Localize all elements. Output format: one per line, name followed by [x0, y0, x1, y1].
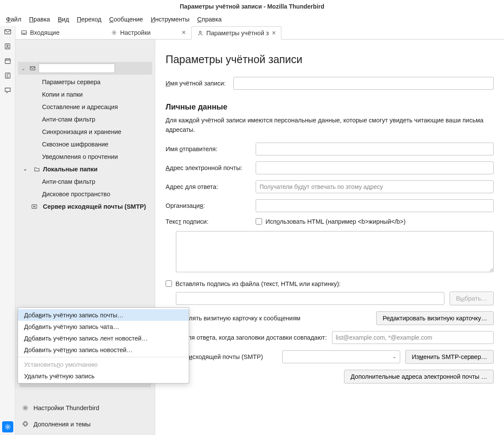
- close-icon[interactable]: ×: [182, 29, 186, 37]
- menu-add-chat-account[interactable]: Добавить учётную запись чата…: [18, 321, 189, 332]
- menu-add-feed-account[interactable]: Добавить учётную запись лент новостей…: [18, 332, 189, 344]
- account-settings-pane: Параметры учётной записи Имя учётной зап…: [155, 40, 504, 435]
- tab-settings-label: Настройки: [120, 29, 151, 36]
- window-title: Параметры учётной записи - Mozilla Thund…: [0, 0, 504, 13]
- svg-point-11: [24, 407, 26, 409]
- sidebar-item-server[interactable]: Параметры сервера: [18, 76, 152, 88]
- spaces-toolbar: [0, 26, 15, 435]
- account-icon: [197, 30, 204, 37]
- reply-match-label: ес для ответа, когда заголовки доставки …: [176, 334, 327, 341]
- signature-textarea[interactable]: [176, 231, 494, 272]
- sidebar-item-copies[interactable]: Копии и папки: [18, 88, 152, 100]
- inbox-icon: [21, 29, 27, 36]
- sidebar-item-sync[interactable]: Синхронизация и хранение: [18, 125, 152, 138]
- chevron-down-icon: ⌄: [392, 354, 396, 359]
- chevron-down-icon[interactable]: ⌄: [21, 66, 27, 71]
- sidebar-item-mdn[interactable]: Уведомления о прочтении: [18, 150, 152, 163]
- settings-space-icon[interactable]: [2, 421, 13, 432]
- sidebar-item-junk[interactable]: Анти-спам фильтр: [18, 113, 152, 125]
- file-sig-label: Вставлять подпись из файла (текст, HTML …: [175, 280, 341, 287]
- file-sig-checkbox[interactable]: [166, 280, 172, 287]
- email-field[interactable]: [256, 161, 494, 174]
- svg-rect-4: [5, 73, 10, 78]
- personal-desc: Для каждой учётной записи имеются персон…: [166, 116, 494, 135]
- menu-set-default: Установить по умолчанию: [18, 359, 189, 370]
- smtp-icon: [31, 203, 38, 210]
- account-name-label: Имя учётной записи:: [166, 80, 233, 87]
- tab-settings[interactable]: Настройки ×: [106, 26, 191, 39]
- sidebar-item-local-disk[interactable]: Дисковое пространство: [18, 188, 152, 200]
- more-addresses-button[interactable]: Дополнительные адреса электронной почты …: [344, 370, 494, 383]
- menu-help[interactable]: Справка: [194, 14, 225, 24]
- menu-go[interactable]: Переход: [73, 14, 105, 24]
- org-field[interactable]: [256, 199, 494, 212]
- menu-tools[interactable]: Инструменты: [147, 14, 193, 24]
- smtp-select[interactable]: ⌄: [282, 350, 400, 363]
- account-name-input[interactable]: [39, 64, 115, 73]
- menu-add-news-account[interactable]: Добавить учётную запись новостей…: [18, 344, 189, 356]
- sig-file-field[interactable]: [176, 292, 444, 305]
- use-html-checkbox[interactable]: [256, 218, 262, 225]
- svg-rect-0: [5, 30, 11, 34]
- tab-account-settings[interactable]: Параметры учётной з ×: [191, 26, 281, 40]
- tab-strip: Входящие Настройки × Параметры учётной з…: [15, 26, 504, 40]
- browse-button: Выбрать…: [450, 292, 494, 305]
- menu-view[interactable]: Вид: [54, 14, 72, 24]
- personal-heading: Личные данные: [166, 103, 494, 112]
- mail-space-icon[interactable]: [3, 27, 12, 36]
- reply-to-label: Адрес для ответа:: [166, 183, 256, 190]
- menu-file[interactable]: Файл: [3, 14, 25, 24]
- page-title: Параметры учётной записи: [166, 53, 494, 66]
- account-actions-menu: Добавить учётную запись почты… Добавить …: [18, 307, 189, 383]
- addons-themes-link[interactable]: Дополнения и темы: [20, 418, 151, 431]
- account-row[interactable]: ⌄: [18, 62, 152, 75]
- sidebar-item-e2e[interactable]: Сквозное шифрование: [18, 138, 152, 150]
- addressbook-space-icon[interactable]: [3, 42, 12, 51]
- edit-smtp-button[interactable]: Изменить SMTP-сервер…: [405, 350, 494, 364]
- sidebar-item-local-folders[interactable]: ⌄ Локальные папки: [18, 163, 152, 175]
- account-name-field[interactable]: [233, 77, 494, 90]
- sender-name-field[interactable]: [256, 143, 494, 155]
- gear-icon: [111, 29, 118, 36]
- tab-inbox[interactable]: Входящие: [15, 26, 106, 39]
- use-html-label: Использовать HTML (например <b>жирный</b…: [266, 218, 406, 225]
- tab-account-label: Параметры учётной з: [206, 30, 269, 37]
- attach-vcard-label: креплять визитную карточку к сообщениям: [176, 315, 300, 322]
- chevron-down-icon[interactable]: ⌄: [23, 166, 28, 172]
- org-label: Организация:: [166, 202, 256, 209]
- tasks-space-icon[interactable]: [3, 71, 12, 80]
- addon-icon: [21, 420, 29, 428]
- reply-match-field[interactable]: [332, 331, 494, 344]
- svg-rect-9: [30, 67, 35, 70]
- menu-delete-account[interactable]: Удалить учётную запись: [18, 370, 189, 382]
- reply-to-field[interactable]: [256, 180, 494, 193]
- svg-point-2: [6, 45, 8, 47]
- menu-edit[interactable]: Правка: [26, 14, 54, 24]
- svg-rect-3: [5, 59, 10, 64]
- svg-point-8: [199, 31, 201, 33]
- menu-message[interactable]: Сообщение: [106, 14, 146, 24]
- edit-vcard-button[interactable]: Редактировать визитную карточку…: [376, 311, 494, 325]
- sidebar-item-local-junk[interactable]: Анти-спам фильтр: [18, 175, 152, 188]
- tab-inbox-label: Входящие: [30, 29, 60, 36]
- thunderbird-settings-link[interactable]: Настройки Thunderbird: [20, 402, 151, 414]
- calendar-space-icon[interactable]: [3, 57, 12, 65]
- svg-point-5: [6, 426, 8, 428]
- sidebar-item-composition[interactable]: Составление и адресация: [18, 100, 152, 113]
- chat-space-icon[interactable]: [3, 86, 12, 94]
- sidebar-item-smtp[interactable]: Сервер исходящей почты (SMTP): [18, 200, 152, 213]
- gear-icon: [21, 404, 29, 412]
- sender-name-label: Имя отправителя:: [166, 146, 256, 152]
- sig-text-label: Текст подписи:: [166, 218, 256, 225]
- menubar: Файл Правка Вид Переход Сообщение Инстру…: [0, 13, 504, 26]
- menu-add-mail-account[interactable]: Добавить учётную запись почты…: [18, 309, 189, 321]
- folder-icon: [33, 166, 40, 173]
- mail-account-icon: [29, 65, 36, 72]
- svg-point-7: [113, 32, 115, 33]
- email-label: Адрес электронной почты:: [166, 164, 256, 171]
- close-icon[interactable]: ×: [272, 29, 276, 37]
